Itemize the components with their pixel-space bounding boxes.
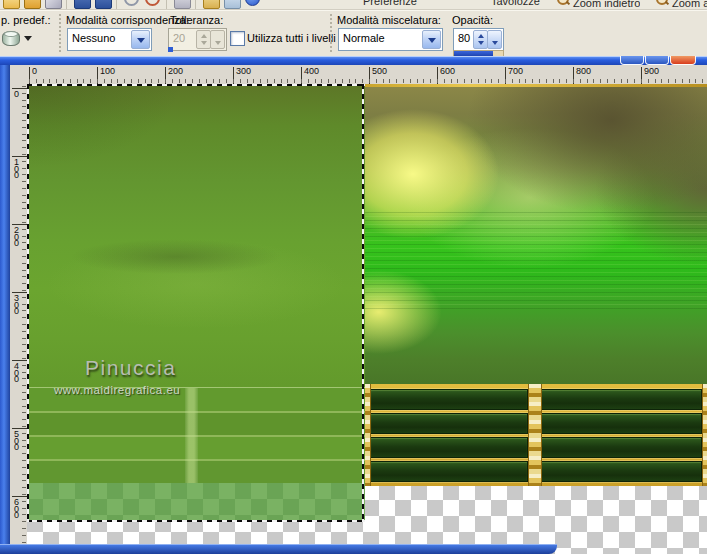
document-titlebar — [0, 56, 707, 65]
blend-mode-dropdown[interactable]: Normale — [338, 28, 443, 51]
window-border-bottom — [0, 544, 557, 554]
gold-top-edge — [365, 84, 707, 87]
water-streaks — [365, 212, 707, 312]
selection-marching-ants-bottom — [27, 520, 365, 522]
window-border-left — [0, 65, 10, 554]
semi-transparent-green-band — [27, 483, 365, 521]
gold-post — [528, 384, 542, 486]
watermark-artist: Pinuccia — [85, 356, 176, 380]
minimize-button[interactable] — [620, 56, 644, 65]
blend-mode-label: Modalità miscelatura: — [337, 14, 441, 26]
chevron-down-icon[interactable] — [487, 30, 502, 49]
gold-post — [702, 384, 707, 486]
zoom-out-button[interactable]: Zoom indietro — [557, 0, 640, 9]
spin-up-down-buttons[interactable] — [473, 30, 488, 49]
use-all-layers-label: Utilizza tutti i livelli — [247, 32, 336, 44]
maximize-button[interactable] — [645, 56, 669, 65]
vertical-ruler: 0100200300400500600 — [10, 84, 28, 554]
print-icon[interactable] — [174, 0, 191, 9]
chevron-down-icon[interactable] — [422, 30, 441, 49]
green-gradient-sky — [27, 84, 365, 387]
tolerance-label: Tolleranza: — [170, 14, 223, 26]
browse-icon[interactable] — [203, 0, 220, 9]
toolbar-separator — [59, 14, 61, 52]
capture-icon[interactable] — [224, 0, 241, 9]
gold-fence — [365, 384, 707, 486]
selection-marching-ants-right — [362, 84, 364, 522]
blend-mode-value: Normale — [343, 32, 385, 44]
tolerance-spinner[interactable]: 20 — [168, 28, 227, 51]
zoom-in-button[interactable]: Zoom avanti — [656, 0, 707, 9]
match-mode-value: Nessuno — [72, 32, 115, 44]
save-all-icon[interactable] — [95, 0, 112, 9]
paint-shop-pro-window: PreferenzeTavolozzeZoom indietroZoom ava… — [0, 0, 707, 554]
undo-icon[interactable] — [124, 0, 139, 6]
tolerance-slider-handle — [168, 47, 173, 52]
selected-green-layer: Pinuccia www.maidiregrafica.eu — [27, 84, 365, 522]
preset-swatch-icon — [2, 31, 20, 46]
close-button[interactable] — [670, 56, 696, 65]
presets-label: p. predef.: — [1, 14, 51, 26]
match-mode-dropdown[interactable]: Nessuno — [67, 28, 152, 51]
toolbar-separator — [330, 14, 332, 52]
redo-icon[interactable] — [145, 0, 160, 6]
selection-marching-ants-left — [27, 84, 29, 522]
selection-marching-ants-top — [27, 84, 365, 86]
background-layer-image — [365, 84, 707, 486]
horizontal-ruler: 0100200300400500600700800900 — [27, 65, 707, 85]
zoom-out-icon — [557, 0, 569, 5]
spin-up-down-buttons[interactable] — [196, 30, 211, 49]
save-icon[interactable] — [74, 0, 91, 9]
opacity-label: Opacità: — [452, 14, 493, 26]
main-toolbar: PreferenzeTavolozzeZoom indietroZoom ava… — [0, 0, 707, 10]
chevron-down-icon — [24, 36, 32, 41]
preferences-button[interactable]: Preferenze — [363, 0, 417, 9]
presets-dropdown[interactable] — [2, 29, 36, 47]
zoom-in-icon — [656, 0, 668, 5]
gold-post — [365, 384, 371, 486]
use-all-layers-checkbox[interactable] — [230, 31, 245, 46]
chevron-down-icon[interactable] — [210, 30, 225, 49]
watermark-url: www.maidiregrafica.eu — [54, 384, 180, 396]
chevron-down-icon[interactable] — [131, 30, 150, 49]
info-icon[interactable] — [245, 0, 260, 6]
green-fence — [27, 387, 365, 484]
tolerance-value: 20 — [173, 32, 185, 44]
eraser-icon[interactable] — [45, 0, 62, 9]
ruler-corner — [10, 65, 28, 85]
image-canvas[interactable]: Pinuccia www.maidiregrafica.eu — [27, 84, 707, 554]
green-fence-post — [185, 388, 198, 484]
new-icon[interactable] — [3, 0, 20, 9]
opacity-value: 80 — [458, 32, 470, 44]
open-icon[interactable] — [24, 0, 41, 9]
opacity-spinner[interactable]: 80 — [453, 28, 504, 51]
palettes-button[interactable]: Tavolozze — [491, 0, 540, 9]
tool-options-palette: p. predef.: Modalità corrispondenza: Nes… — [0, 10, 707, 56]
